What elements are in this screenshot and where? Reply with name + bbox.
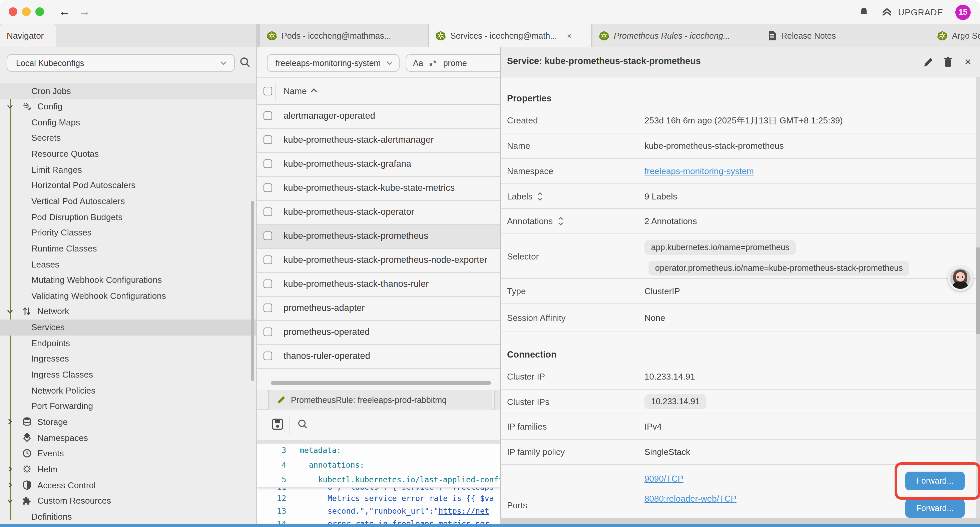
detail-scrollbar-thumb[interactable] (976, 247, 980, 334)
notification-count-badge[interactable]: 15 (955, 4, 970, 20)
sidebar-item-priority-classes[interactable]: Priority Classes (0, 225, 256, 241)
sidebar-item-storage[interactable]: Storage (0, 414, 256, 430)
sidebar-item-access-control[interactable]: Access Control (0, 477, 256, 493)
bell-icon[interactable] (859, 7, 869, 18)
forward-arrow-icon[interactable]: → (79, 5, 90, 19)
sidebar-item-config[interactable]: Config (0, 99, 256, 115)
sidebar-item-events[interactable]: Events (0, 445, 256, 461)
select-all-checkbox[interactable] (264, 87, 272, 96)
delete-trash-icon[interactable] (942, 56, 954, 68)
row-checkbox[interactable] (264, 231, 272, 240)
table-row[interactable]: kube-prometheus-stack-prometheus (257, 225, 500, 249)
sidebar-item-network[interactable]: Network (0, 304, 256, 320)
close-window-button[interactable] (9, 7, 18, 16)
table-row[interactable]: kube-prometheus-stack-operator (257, 201, 500, 225)
search-icon[interactable] (239, 56, 251, 68)
regex-toggle[interactable]: * (430, 58, 437, 68)
sidebar-item-mutating-webhook-configurations[interactable]: Mutating Webhook Configurations (0, 272, 256, 288)
close-tab-icon[interactable]: × (567, 31, 572, 40)
namespace-link[interactable]: freeleaps-monitoring-system (644, 166, 754, 176)
sidebar-item-pod-disruption-budgets[interactable]: Pod Disruption Budgets (0, 209, 256, 225)
forward-button[interactable]: Forward... (905, 499, 965, 517)
sidebar-item-cron-jobs[interactable]: Cron Jobs (0, 83, 256, 99)
sidebar-scrollbar[interactable] (251, 201, 254, 381)
chevron-right-icon[interactable] (7, 419, 13, 425)
filter-input[interactable]: Aa * prome (406, 54, 500, 72)
row-checkbox[interactable] (264, 352, 272, 360)
row-checkbox[interactable] (264, 207, 272, 216)
detail-bottom-scrollbar[interactable] (500, 517, 980, 524)
editor-tab-prometheusrule[interactable]: PrometheusRule: freeleaps-prod-rabbitmq (268, 390, 492, 409)
sidebar-item-namespaces[interactable]: Namespaces (0, 430, 256, 446)
sidebar-item-network-policies[interactable]: Network Policies (0, 382, 256, 398)
maximize-window-button[interactable] (35, 7, 44, 16)
sidebar-item-services[interactable]: Services (0, 319, 256, 335)
sidebar-item-validating-webhook-configurations[interactable]: Validating Webhook Configurations (0, 288, 256, 304)
tab-argo-se[interactable]: Argo Se (931, 24, 980, 47)
tab-release-notes[interactable]: Release Notes (761, 24, 931, 47)
sidebar-item-limit-ranges[interactable]: Limit Ranges (0, 161, 256, 177)
table-row[interactable]: kube-prometheus-stack-kube-state-metrics (257, 177, 500, 201)
tab-navigator[interactable]: Navigator (0, 24, 56, 47)
table-row[interactable]: alertmanager-operated (257, 105, 500, 129)
sidebar-item-port-forwarding[interactable]: Port Forwarding (0, 398, 256, 414)
minimize-window-button[interactable] (22, 7, 31, 16)
row-checkbox[interactable] (264, 328, 272, 336)
table-row[interactable]: kube-prometheus-stack-alertmanager (257, 129, 500, 153)
close-icon[interactable]: × (962, 56, 974, 68)
back-arrow-icon[interactable]: ← (59, 5, 70, 19)
row-checkbox[interactable] (264, 135, 272, 144)
runbook-url-link[interactable]: https://net (438, 506, 489, 516)
chevron-right-icon[interactable] (7, 466, 13, 473)
namespace-dropdown[interactable]: freeleaps-monitoring-system (267, 54, 399, 72)
editor-tab-clipped[interactable] (494, 390, 500, 409)
sidebar-item-horizontal-pod-autoscalers[interactable]: Horizontal Pod Autoscalers (0, 177, 256, 193)
sidebar-item-ingress-classes[interactable]: Ingress Classes (0, 366, 256, 382)
sidebar-item-endpoints[interactable]: Endpoints (0, 335, 256, 351)
sort-ascending-icon[interactable] (310, 88, 318, 93)
sidebar-item-definitions[interactable]: Definitions (0, 509, 256, 525)
row-checkbox[interactable] (264, 183, 272, 192)
table-row[interactable]: thanos-ruler-operated (257, 345, 500, 369)
chevron-down-icon[interactable] (7, 308, 13, 315)
tab-prometheus-rules-icecheng[interactable]: Prometheus Rules - icecheng... (592, 24, 761, 47)
table-row[interactable]: kube-prometheus-stack-prometheus-node-ex… (257, 249, 500, 273)
user-avatar[interactable] (948, 266, 973, 291)
save-icon[interactable] (272, 418, 283, 430)
yaml-editor[interactable]: 3metadata:4annotations:5kubectl.kubernet… (257, 444, 500, 527)
chevron-down-icon[interactable] (7, 497, 13, 504)
sidebar-item-resource-quotas[interactable]: Resource Quotas (0, 146, 256, 162)
table-row[interactable]: kube-prometheus-stack-grafana (257, 153, 500, 177)
sidebar-item-leases[interactable]: Leases (0, 256, 256, 272)
upgrade-button[interactable]: UPGRADE (881, 7, 943, 18)
match-case-toggle[interactable]: Aa (413, 58, 423, 68)
expander-icon[interactable] (538, 192, 543, 201)
horizontal-scrollbar[interactable] (271, 381, 491, 385)
sidebar-item-runtime-classes[interactable]: Runtime Classes (0, 240, 256, 256)
row-checkbox[interactable] (264, 255, 272, 264)
kubeconfig-dropdown[interactable]: Local Kubeconfigs (7, 54, 235, 72)
row-checkbox[interactable] (264, 111, 272, 120)
row-checkbox[interactable] (264, 304, 272, 312)
port-link[interactable]: 8080:reloader-web/TCP (644, 494, 737, 504)
port-link[interactable]: 9090/TCP (644, 474, 684, 484)
sidebar-item-secrets[interactable]: Secrets (0, 130, 256, 146)
table-row[interactable]: prometheus-operated (257, 321, 500, 345)
sidebar-item-ingresses[interactable]: Ingresses (0, 351, 256, 367)
sidebar-item-config-maps[interactable]: Config Maps (0, 115, 256, 131)
chevron-right-icon[interactable] (7, 482, 13, 488)
row-checkbox[interactable] (264, 280, 272, 288)
sidebar-item-vertical-pod-autoscalers[interactable]: Vertical Pod Autoscalers (0, 193, 256, 209)
sidebar-item-helm[interactable]: Helm (0, 461, 256, 477)
edit-pencil-icon[interactable] (922, 56, 934, 68)
sidebar-item-custom-resources[interactable]: Custom Resources (0, 493, 256, 509)
name-column-header[interactable]: Name (283, 86, 307, 96)
row-checkbox[interactable] (264, 159, 272, 168)
table-row[interactable]: prometheus-adapter (257, 297, 500, 321)
tab-services-icecheng-math[interactable]: Services - icecheng@math...× (429, 24, 591, 47)
table-row[interactable]: kube-prometheus-stack-thanos-ruler (257, 273, 500, 297)
tab-pods-icecheng-mathmas[interactable]: Pods - icecheng@mathmas... (260, 24, 428, 47)
expander-icon[interactable] (557, 217, 563, 226)
search-icon[interactable] (297, 418, 308, 430)
chevron-down-icon[interactable] (7, 103, 13, 110)
